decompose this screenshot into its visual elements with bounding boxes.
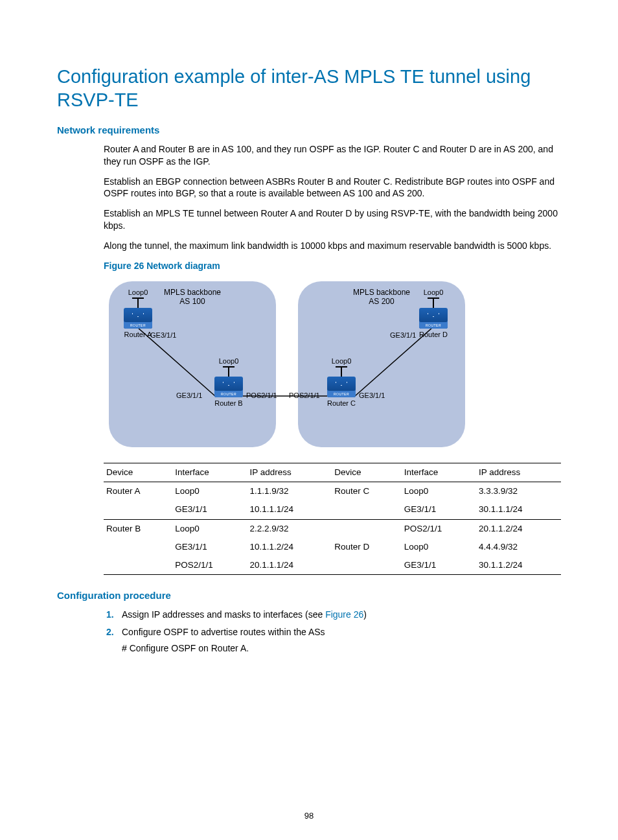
table-cell: 10.1.1.1/24 [247, 500, 332, 519]
page-number: 98 [0, 810, 618, 822]
table-cell: Loop0 [402, 482, 476, 501]
router-icon [214, 377, 243, 397]
step-text: Assign IP addresses and masks to interfa… [122, 609, 325, 620]
figure-caption: Figure 26 Network diagram [104, 260, 561, 272]
loop0-label: Loop0 [115, 288, 161, 298]
paragraph: Router A and Router B are in AS 100, and… [104, 143, 561, 168]
steps-list: Assign IP addresses and masks to interfa… [104, 609, 561, 655]
router-label: Router B [206, 399, 251, 408]
section-network-requirements: Network requirements [57, 124, 561, 137]
table-cell: Loop0 [402, 538, 476, 556]
paragraph: Establish an EBGP connection between ASB… [104, 176, 561, 200]
router-icon [124, 308, 152, 329]
table-cell [332, 519, 401, 538]
table-cell: 20.1.1.2/24 [476, 519, 561, 538]
table-header: Interface [172, 463, 247, 482]
router-icon [327, 377, 356, 397]
section-configuration-procedure: Configuration procedure [57, 589, 561, 602]
table-cell: Router D [332, 538, 401, 556]
router-label: Router C [319, 399, 364, 408]
ip-address-table: Device Interface IP address Device Inter… [104, 463, 561, 575]
loop0-label: Loop0 [206, 356, 251, 366]
table-cell: 30.1.1.2/24 [476, 556, 561, 575]
table-cell: 20.1.1.1/24 [247, 556, 332, 575]
cloud-label: MPLS backbone [164, 288, 221, 297]
table-cell: 1.1.1.9/32 [247, 482, 332, 501]
table-row: GE3/1/1 10.1.1.1/24 GE3/1/1 30.1.1.1/24 [104, 500, 561, 519]
step-text: Configure OSPF to advertise routes withi… [122, 627, 325, 637]
table-cell: 30.1.1.1/24 [476, 500, 561, 519]
node-router-b: Loop0 Router B [206, 356, 251, 408]
interface-label: POS2/1/1 [246, 391, 277, 401]
table-cell: GE3/1/1 [172, 500, 247, 519]
cloud-label: AS 100 [179, 297, 205, 306]
loop0-label: Loop0 [319, 356, 364, 366]
table-cell: Router A [104, 482, 172, 501]
table-cell: 4.4.4.9/32 [476, 538, 561, 556]
node-router-d: Loop0 Router D [411, 288, 456, 340]
table-cell [332, 556, 401, 575]
table-cell: GE3/1/1 [402, 500, 476, 519]
router-label: Router D [411, 330, 456, 340]
page-title: Configuration example of inter-AS MPLS T… [57, 65, 561, 112]
step-text: ) [363, 609, 367, 620]
interface-label: POS2/1/1 [289, 391, 320, 401]
node-router-c: Loop0 Router C [319, 356, 364, 408]
table-cell: Loop0 [172, 519, 247, 538]
list-item: Assign IP addresses and masks to interfa… [117, 609, 561, 621]
table-cell: POS2/1/1 [402, 519, 476, 538]
cloud-label: AS 200 [369, 297, 394, 306]
table-header: Device [332, 463, 401, 482]
interface-label: GE3/1/1 [390, 331, 416, 340]
table-row: GE3/1/1 10.1.1.2/24 Router D Loop0 4.4.4… [104, 538, 561, 556]
table-header: IP address [247, 463, 332, 482]
loop0-label: Loop0 [411, 288, 456, 298]
table-row: Router A Loop0 1.1.1.9/32 Router C Loop0… [104, 482, 561, 501]
table-cell [104, 538, 172, 556]
paragraph: Along the tunnel, the maximum link bandw… [104, 240, 561, 252]
table-header: Interface [402, 463, 476, 482]
table-cell: 2.2.2.9/32 [247, 519, 332, 538]
table-cell: 3.3.3.9/32 [476, 482, 561, 501]
table-header: Device [104, 463, 172, 482]
figure-link[interactable]: Figure 26 [325, 609, 363, 620]
table-cell: Router B [104, 519, 172, 538]
router-icon [419, 308, 448, 329]
interface-label: GE3/1/1 [359, 391, 385, 401]
table-header: IP address [476, 463, 561, 482]
step-substep: # Configure OSPF on Router A. [122, 642, 561, 655]
network-diagram: MPLS backbone AS 100 MPLS backbone AS 20… [104, 277, 465, 451]
table-cell: GE3/1/1 [402, 556, 476, 575]
table-cell [332, 500, 401, 519]
table-cell: 10.1.1.2/24 [247, 538, 332, 556]
table-cell [104, 556, 172, 575]
table-cell: POS2/1/1 [172, 556, 247, 575]
interface-label: GE3/1/1 [150, 331, 176, 340]
table-cell: GE3/1/1 [172, 538, 247, 556]
paragraph: Establish an MPLS TE tunnel between Rout… [104, 207, 561, 232]
list-item: Configure OSPF to advertise routes withi… [117, 626, 561, 655]
cloud-label: MPLS backbone [353, 288, 410, 297]
table-row: POS2/1/1 20.1.1.1/24 GE3/1/1 30.1.1.2/24 [104, 556, 561, 575]
table-cell [104, 500, 172, 519]
table-cell: Loop0 [172, 482, 247, 501]
table-row: Router B Loop0 2.2.2.9/32 POS2/1/1 20.1.… [104, 519, 561, 538]
table-cell: Router C [332, 482, 401, 501]
interface-label: GE3/1/1 [176, 391, 202, 401]
